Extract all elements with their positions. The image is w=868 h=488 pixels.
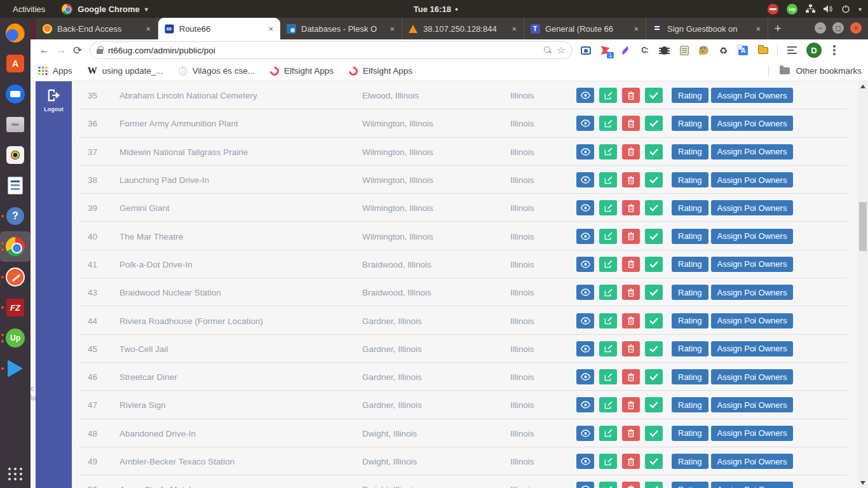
upwork-tray-icon[interactable]: Up bbox=[787, 4, 797, 15]
rating-button[interactable]: Rating bbox=[672, 341, 709, 356]
dock-filezilla[interactable]: FZ bbox=[0, 292, 31, 323]
playlist-icon[interactable] bbox=[787, 45, 797, 56]
delete-button[interactable] bbox=[622, 200, 640, 215]
view-button[interactable] bbox=[576, 454, 594, 469]
close-window-button[interactable]: × bbox=[850, 22, 862, 34]
assign-poi-owners-button[interactable]: Assign Poi Owners bbox=[711, 341, 794, 356]
view-button[interactable] bbox=[576, 482, 594, 488]
view-button[interactable] bbox=[576, 88, 594, 103]
edit-button[interactable] bbox=[599, 285, 617, 300]
close-tab-icon[interactable]: × bbox=[144, 24, 152, 34]
approve-button[interactable] bbox=[645, 426, 663, 441]
close-tab-icon[interactable]: × bbox=[267, 24, 275, 34]
approve-button[interactable] bbox=[645, 229, 663, 244]
assign-poi-owners-button[interactable]: Assign Poi Owners bbox=[711, 397, 794, 412]
rating-button[interactable]: Rating bbox=[672, 257, 709, 272]
zoom-icon[interactable] bbox=[543, 46, 552, 55]
page-scrollbar[interactable] bbox=[858, 81, 868, 488]
view-button[interactable] bbox=[576, 144, 594, 159]
dock-help[interactable]: ? bbox=[0, 201, 31, 231]
notes-extension-icon[interactable] bbox=[679, 45, 689, 56]
delete-button[interactable] bbox=[622, 482, 640, 488]
delete-button[interactable] bbox=[622, 257, 640, 272]
rating-button[interactable]: Rating bbox=[672, 200, 709, 215]
rating-button[interactable]: Rating bbox=[672, 482, 709, 488]
rating-button[interactable]: Rating bbox=[672, 285, 709, 300]
scrollbar-thumb[interactable] bbox=[859, 202, 867, 251]
bookmark-using-update[interactable]: W using update_... bbox=[88, 65, 163, 76]
lock-icon[interactable] bbox=[97, 49, 103, 54]
view-button[interactable] bbox=[576, 172, 594, 187]
approve-button[interactable] bbox=[645, 341, 663, 356]
edit-button[interactable] bbox=[599, 397, 617, 412]
close-tab-icon[interactable]: × bbox=[754, 24, 762, 34]
close-tab-icon[interactable]: × bbox=[632, 24, 640, 34]
address-bar[interactable]: rt66ug.com/admin/public/poi ☆ bbox=[90, 41, 573, 59]
rating-button[interactable]: Rating bbox=[672, 397, 709, 412]
dock-upwork[interactable]: Up bbox=[0, 323, 31, 353]
assign-poi-owners-button[interactable]: Assign Poi Owners bbox=[711, 144, 794, 159]
delete-button[interactable] bbox=[622, 454, 640, 469]
edit-button[interactable] bbox=[599, 426, 617, 441]
view-button[interactable] bbox=[576, 426, 594, 441]
palette-extension-icon[interactable] bbox=[698, 45, 709, 56]
bookmark-elfsight-1[interactable]: Elfsight Apps bbox=[270, 66, 334, 76]
bookmark-star-icon[interactable]: ☆ bbox=[557, 44, 566, 56]
approve-button[interactable] bbox=[645, 200, 663, 215]
delete-button[interactable] bbox=[622, 116, 640, 131]
edit-button[interactable] bbox=[599, 257, 617, 272]
network-icon[interactable] bbox=[806, 4, 815, 13]
assign-poi-owners-button[interactable]: Assign Poi Owners bbox=[711, 229, 794, 244]
edit-button[interactable] bbox=[599, 482, 617, 488]
apps-shortcut[interactable]: Apps bbox=[38, 66, 72, 76]
rating-button[interactable]: Rating bbox=[672, 172, 709, 187]
assign-poi-owners-button[interactable]: Assign Poi Owners bbox=[711, 200, 794, 215]
assign-poi-owners-button[interactable]: Assign Poi Owners bbox=[711, 257, 794, 272]
delete-button[interactable] bbox=[622, 369, 640, 384]
profile-avatar[interactable]: D bbox=[806, 43, 822, 58]
bookmark-vilagos[interactable]: Világos és cse... bbox=[179, 66, 255, 76]
feather-extension-icon[interactable] bbox=[620, 45, 630, 56]
delete-button[interactable] bbox=[622, 313, 640, 329]
do-not-disturb-icon[interactable] bbox=[768, 4, 778, 15]
approve-button[interactable] bbox=[645, 257, 663, 272]
tab-phpmyadmin[interactable]: 38.107.250.128:844 × bbox=[402, 18, 524, 39]
colorzilla-extension-icon[interactable]: C: bbox=[639, 45, 650, 56]
rating-button[interactable]: Rating bbox=[672, 144, 709, 159]
close-tab-icon[interactable]: × bbox=[388, 24, 396, 34]
dock-ubuntu-software[interactable]: A bbox=[0, 48, 31, 79]
assign-poi-owners-button[interactable]: Assign Poi Owners bbox=[711, 285, 794, 300]
assign-poi-owners-button[interactable]: Assign Poi Owners bbox=[711, 172, 794, 187]
dock-vscode[interactable] bbox=[0, 353, 31, 384]
power-icon[interactable] bbox=[841, 4, 850, 13]
rating-button[interactable]: Rating bbox=[672, 313, 709, 329]
app-menu[interactable]: Google Chrome ▾ bbox=[62, 4, 148, 15]
assign-poi-owners-button[interactable]: Assign Poi Owners bbox=[711, 482, 794, 488]
view-button[interactable] bbox=[576, 116, 594, 131]
show-applications-button[interactable] bbox=[0, 464, 31, 484]
edit-button[interactable] bbox=[599, 116, 617, 131]
edit-button[interactable] bbox=[599, 144, 617, 159]
edit-button[interactable] bbox=[599, 200, 617, 215]
edit-button[interactable] bbox=[599, 313, 617, 329]
volume-icon[interactable] bbox=[824, 4, 833, 13]
tray-caret-icon[interactable]: ▾ bbox=[858, 6, 862, 13]
assign-poi-owners-button[interactable]: Assign Poi Owners bbox=[711, 313, 794, 329]
delete-button[interactable] bbox=[622, 144, 640, 159]
view-button[interactable] bbox=[576, 397, 594, 412]
rating-button[interactable]: Rating bbox=[672, 454, 709, 469]
scroll-down-arrow[interactable] bbox=[860, 481, 865, 485]
approve-button[interactable] bbox=[645, 144, 663, 159]
assign-poi-owners-button[interactable]: Assign Poi Owners bbox=[711, 426, 794, 441]
maximize-button[interactable]: ◻ bbox=[832, 22, 844, 34]
dock-archive-manager[interactable] bbox=[0, 109, 31, 140]
logout-button[interactable]: Logout bbox=[44, 106, 64, 112]
forward-button[interactable]: → bbox=[53, 42, 69, 58]
window-resizer-extension-icon[interactable] bbox=[757, 45, 768, 56]
dock-google-chrome[interactable] bbox=[0, 231, 31, 262]
delete-button[interactable] bbox=[622, 229, 640, 244]
tab-databases-plesk[interactable]: Databases - Plesk O × bbox=[280, 18, 402, 39]
other-bookmarks-button[interactable]: Other bookmarks bbox=[768, 65, 862, 77]
view-button[interactable] bbox=[576, 341, 594, 356]
scroll-up-arrow[interactable] bbox=[860, 85, 865, 88]
